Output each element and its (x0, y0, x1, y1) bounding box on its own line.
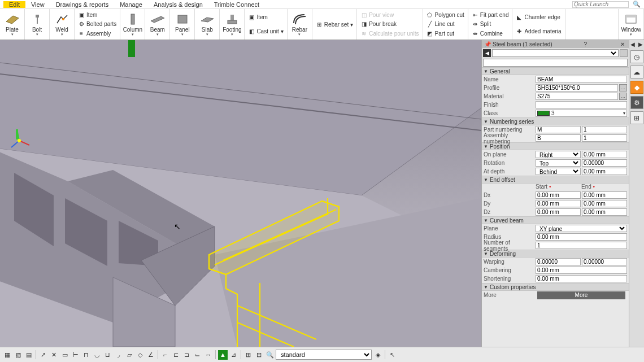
field-class[interactable]: 3 (551, 110, 555, 116)
field-asm-prefix[interactable] (536, 134, 581, 142)
bt-plane-3[interactable]: ⊐ (182, 350, 192, 360)
ribbon-weld[interactable]: Weld▾ (50, 9, 75, 40)
ribbon-polygon-cut[interactable]: ⬠Polygon cut (427, 11, 464, 19)
properties-preset-select[interactable] (492, 49, 619, 57)
field-at-depth-val[interactable] (582, 168, 627, 175)
ribbon-line-cut[interactable]: ╱Line cut (427, 20, 455, 28)
field-dx-start[interactable] (536, 191, 581, 199)
bt-snap-1[interactable]: ↗ (38, 350, 48, 360)
menu-trimble-connect[interactable]: Trimble Connect (208, 1, 265, 8)
ribbon-plate[interactable]: Plate▾ (0, 9, 25, 40)
ribbon-bolted-parts[interactable]: ⚙Bolted parts (78, 20, 116, 28)
nav-left-icon[interactable]: ◀ (630, 41, 635, 47)
ribbon-footing[interactable]: Footing▾ (220, 9, 245, 40)
field-finish[interactable] (536, 101, 627, 108)
view-preset-select[interactable]: standard (276, 350, 372, 360)
field-profile[interactable] (536, 84, 618, 91)
menu-analysis-design[interactable]: Analysis & design (148, 1, 208, 8)
nav-right-icon[interactable]: ▶ (638, 41, 643, 47)
pin-icon[interactable]: 📌 (484, 41, 491, 47)
ribbon-combine[interactable]: ⇼Combine (472, 30, 503, 38)
field-curved-plane[interactable]: XY plane (536, 225, 627, 232)
field-material[interactable] (536, 93, 618, 100)
ribbon-part-cut[interactable]: ◩Part cut (427, 30, 454, 38)
field-on-plane-select[interactable]: Right (536, 151, 581, 158)
ribbon-split[interactable]: ⇹Split (472, 20, 491, 28)
bt-snap-2[interactable]: ✕ (49, 350, 59, 360)
field-asm-start[interactable] (582, 134, 627, 142)
quick-launch-input[interactable] (572, 1, 629, 8)
field-name[interactable] (536, 76, 627, 83)
ribbon-rebar[interactable]: Rebar▾ (288, 9, 312, 40)
bt-plane-4[interactable]: ⌙ (193, 350, 202, 360)
profile-browse-button[interactable]: … (619, 84, 627, 91)
section-numbering-header[interactable]: ▼Numbering series (482, 117, 629, 125)
field-dy-end[interactable] (582, 200, 627, 207)
field-cambering[interactable] (536, 267, 627, 274)
search-icon[interactable]: 🔍 (633, 1, 641, 7)
ribbon-panel[interactable]: Panel▾ (170, 9, 195, 40)
field-at-depth-select[interactable]: Behind (536, 168, 581, 175)
ribbon-fit-part-end[interactable]: ⇤Fit part end (472, 11, 509, 19)
field-rotation-val[interactable] (582, 159, 627, 167)
bt-snap-11[interactable]: ∠ (146, 350, 155, 360)
field-dz-start[interactable] (536, 208, 581, 216)
bt-grid-2[interactable]: ▧ (13, 350, 23, 360)
bt-grid-1[interactable]: ▦ (2, 350, 12, 360)
bt-workplane[interactable]: ▲ (218, 350, 228, 360)
section-general-header[interactable]: ▼General (482, 67, 629, 75)
nav-prev-button[interactable]: ◀ (483, 49, 491, 57)
section-end-offset-header[interactable]: ▼End offset (482, 176, 629, 184)
field-curved-segments[interactable] (536, 242, 627, 249)
section-deforming-header[interactable]: ▼Deforming (482, 250, 629, 258)
bt-plane-1[interactable]: ⌐ (160, 350, 170, 360)
ribbon-cast-unit[interactable]: ◧Cast unit ▾ (248, 28, 283, 36)
ribbon-column[interactable]: Column▾ (120, 9, 145, 40)
menu-drawings-reports[interactable]: Drawings & reports (50, 1, 115, 8)
section-position-header[interactable]: ▼Position (482, 142, 629, 150)
ribbon-pour-break[interactable]: ◨Pour break (360, 20, 397, 28)
field-warping-b[interactable] (582, 258, 627, 265)
ribbon-window[interactable]: Window▾ (618, 9, 644, 40)
bt-snap-10[interactable]: ◇ (135, 350, 145, 360)
field-dy-start[interactable] (536, 200, 581, 207)
rtool-4[interactable]: ⚙ (630, 96, 643, 109)
bt-ref-1[interactable]: ⊞ (243, 350, 253, 360)
rtool-2[interactable]: ☁ (630, 66, 643, 78)
rtool-3[interactable]: ◆ (630, 81, 643, 94)
bt-grid-3[interactable]: ▤ (24, 350, 33, 360)
field-warping-a[interactable] (536, 258, 581, 265)
bt-snap-7[interactable]: ⊔ (103, 350, 112, 360)
apply-preset-button[interactable] (620, 49, 628, 57)
close-icon[interactable]: ✕ (619, 41, 626, 47)
bt-plane-2[interactable]: ⊏ (171, 350, 181, 360)
menu-view[interactable]: View (25, 1, 50, 8)
help-icon[interactable]: ? (582, 41, 589, 47)
field-dz-end[interactable] (582, 208, 627, 216)
ribbon-assembly[interactable]: ≡Assembly (78, 30, 111, 38)
section-curved-header[interactable]: ▼Curved beam (482, 216, 629, 224)
field-dx-end[interactable] (582, 191, 627, 199)
menu-edit[interactable]: Edit (3, 1, 25, 8)
model-viewport[interactable] (0, 40, 481, 347)
bt-tree[interactable]: ⊿ (229, 350, 238, 360)
properties-search-input[interactable] (483, 59, 628, 67)
rtool-1[interactable]: ◷ (630, 50, 643, 63)
bt-snap-6[interactable]: ◡ (92, 350, 102, 360)
ribbon-item[interactable]: ▣Item (78, 11, 97, 19)
menu-manage[interactable]: Manage (114, 1, 148, 8)
bt-extra-1[interactable]: ◈ (373, 350, 382, 360)
bt-cursor-mode[interactable]: ↖ (388, 350, 397, 360)
ribbon-slab[interactable]: Slab▾ (195, 9, 220, 40)
bt-ref-2[interactable]: ⊟ (254, 350, 264, 360)
bt-snap-5[interactable]: ⊓ (81, 350, 91, 360)
material-browse-button[interactable]: … (619, 93, 627, 100)
bt-snap-3[interactable]: ▭ (60, 350, 69, 360)
bt-snap-4[interactable]: ⊢ (71, 350, 80, 360)
field-curved-radius[interactable] (536, 233, 627, 241)
ribbon-beam[interactable]: Beam▾ (145, 9, 170, 40)
bt-zoom[interactable]: 🔍 (265, 350, 275, 360)
field-shortening[interactable] (536, 275, 627, 282)
bt-snap-8[interactable]: ◞ (114, 350, 123, 360)
field-part-start[interactable] (582, 126, 627, 133)
